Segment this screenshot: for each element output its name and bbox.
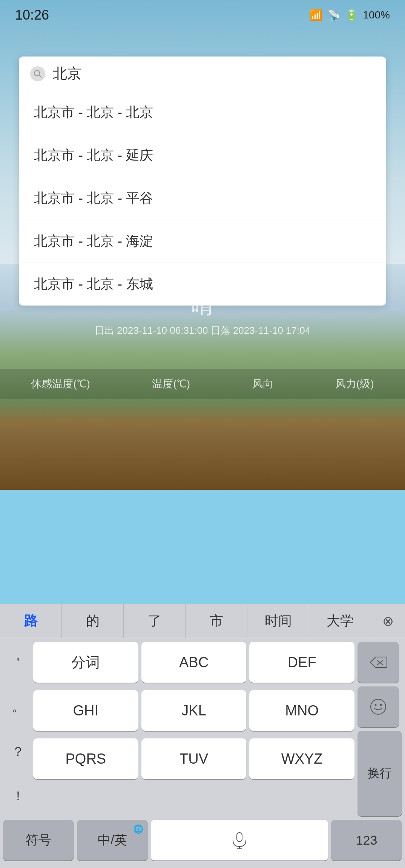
num-key[interactable]: 123 [331, 820, 402, 860]
suggestion-3[interactable]: 市 [186, 604, 247, 638]
suggestion-0[interactable]: 路 [0, 604, 62, 638]
status-icons: 📶 📡 🔋 100% [310, 9, 390, 21]
key-pqrs[interactable]: PQRS [33, 738, 138, 779]
keyboard: 路 的 了 市 时间 大学 ⊗ ' 。 ? ! 分词 ABC DEF GHI [0, 604, 405, 868]
key-ghi[interactable]: GHI [33, 690, 138, 731]
svg-point-6 [380, 704, 382, 706]
search-query[interactable]: 北京 [53, 64, 375, 83]
feels-like-label: 休感温度(℃) [31, 377, 90, 391]
search-result-1[interactable]: 北京市 - 北京 - 延庆 [19, 134, 386, 177]
enter-label: 换行 [368, 765, 392, 782]
battery-percent: 100% [363, 9, 390, 21]
svg-rect-7 [237, 833, 242, 842]
signal-icon: 📶 [310, 9, 323, 21]
mic-icon [230, 831, 249, 850]
key-row-2: GHI JKL MNO [33, 690, 354, 731]
suggestion-5[interactable]: 大学 [309, 604, 371, 638]
wind-dir-label: 风向 [252, 377, 273, 391]
symbol-key[interactable]: 符号 [3, 820, 74, 860]
search-dropdown: 北京 北京市 - 北京 - 北京 北京市 - 北京 - 延庆 北京市 - 北京 … [19, 57, 386, 306]
search-input-row[interactable]: 北京 [19, 57, 386, 91]
key-period[interactable]: 。 [3, 686, 33, 727]
keyboard-right-col: 换行 [357, 642, 402, 816]
emoji-key[interactable] [357, 686, 399, 727]
suggestion-4[interactable]: 时间 [247, 604, 309, 638]
bottom-row: 符号 中/英 🌐 123 [0, 820, 405, 868]
status-bar: 10:26 📶 📡 🔋 100% [0, 0, 405, 30]
key-wxyz[interactable]: WXYZ [249, 738, 354, 779]
delete-key[interactable] [357, 642, 399, 683]
suggestion-1[interactable]: 的 [62, 604, 124, 638]
key-apostrophe[interactable]: ' [3, 642, 33, 683]
lang-label: 中/英 [98, 831, 127, 849]
key-def[interactable]: DEF [249, 642, 354, 683]
space-key[interactable] [151, 820, 328, 860]
key-row-1: 分词 ABC DEF [33, 642, 354, 683]
svg-point-4 [371, 699, 386, 714]
svg-line-1 [39, 75, 41, 78]
keyboard-main: ' 。 ? ! 分词 ABC DEF GHI JKL MNO PQRS TUV [0, 638, 405, 820]
search-result-0[interactable]: 北京市 - 北京 - 北京 [19, 91, 386, 134]
keyboard-center: 分词 ABC DEF GHI JKL MNO PQRS TUV WXYZ [33, 642, 354, 816]
language-key[interactable]: 中/英 🌐 [77, 820, 148, 860]
enter-key[interactable]: 换行 [357, 731, 402, 816]
battery-icon: 🔋 [345, 9, 358, 21]
search-result-2[interactable]: 北京市 - 北京 - 平谷 [19, 177, 386, 220]
suggestion-delete-button[interactable]: ⊗ [371, 613, 405, 629]
weather-stats: 休感温度(℃) 温度(℃) 风向 风力(级) [0, 369, 405, 399]
suggestions-row: 路 的 了 市 时间 大学 ⊗ [0, 604, 405, 638]
key-tuv[interactable]: TUV [141, 738, 247, 779]
svg-point-5 [375, 704, 377, 706]
search-result-3[interactable]: 北京市 - 北京 - 海淀 [19, 220, 386, 263]
search-icon [30, 66, 45, 81]
key-mno[interactable]: MNO [249, 690, 354, 731]
temp-label: 温度(℃) [152, 377, 190, 391]
left-chars-col: ' 。 ? ! [3, 642, 33, 816]
key-question[interactable]: ? [3, 731, 33, 772]
key-fenci[interactable]: 分词 [33, 642, 138, 683]
weather-sunrise: 日出 2023-11-10 06:31:00 日落 2023-11-10 17:… [8, 324, 397, 337]
suggestion-2[interactable]: 了 [124, 604, 186, 638]
wifi-icon: 📡 [327, 9, 341, 21]
search-result-4[interactable]: 北京市 - 北京 - 东城 [19, 263, 386, 306]
key-abc[interactable]: ABC [141, 642, 247, 683]
svg-point-0 [34, 70, 40, 76]
key-exclaim[interactable]: ! [3, 775, 33, 816]
globe-icon: 🌐 [133, 824, 143, 834]
key-row-3: PQRS TUV WXYZ [33, 738, 354, 779]
wind-level-label: 风力(级) [335, 377, 374, 391]
status-time: 10:26 [15, 7, 49, 23]
key-jkl[interactable]: JKL [141, 690, 247, 731]
